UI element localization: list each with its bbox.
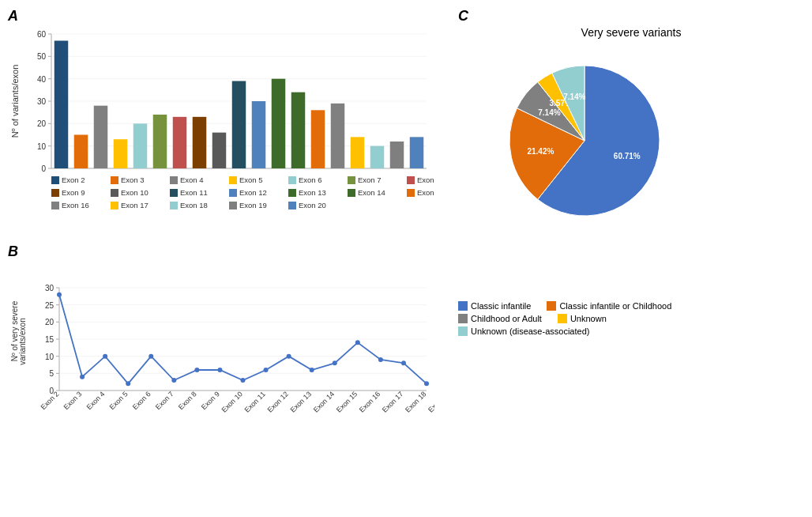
legend-item: Unknown — [558, 314, 607, 323]
svg-text:Exon 3: Exon 3 — [62, 390, 84, 411]
svg-text:20: 20 — [45, 318, 55, 326]
svg-text:7.14%: 7.14% — [538, 108, 560, 117]
svg-text:0: 0 — [41, 164, 46, 173]
svg-rect-42 — [51, 176, 59, 184]
svg-text:Exon 12: Exon 12 — [266, 390, 290, 413]
svg-rect-62 — [229, 189, 237, 197]
main-container: A 0102030405060Nº of variants/exonExon 2… — [0, 0, 812, 517]
legend-item: Childhood or Adult — [458, 314, 542, 323]
svg-text:40: 40 — [37, 75, 47, 84]
chart-c-container: 60.71%21.42%7.14%3.57%7.14% — [458, 58, 735, 295]
svg-rect-38 — [351, 137, 365, 168]
svg-rect-39 — [370, 146, 385, 168]
svg-text:Exon 17: Exon 17 — [121, 201, 148, 209]
svg-text:60.71%: 60.71% — [614, 152, 641, 160]
svg-rect-60 — [170, 189, 178, 197]
svg-rect-31 — [212, 133, 227, 168]
svg-point-139 — [424, 381, 429, 386]
legend-label: Unknown — [570, 314, 607, 323]
svg-text:Exon 14: Exon 14 — [358, 188, 385, 197]
chart-b-container: 051015202530Nº of very severevariants/ex… — [8, 268, 434, 450]
svg-text:5: 5 — [49, 369, 54, 378]
svg-rect-24 — [74, 135, 88, 169]
svg-point-135 — [333, 360, 337, 365]
svg-point-128 — [171, 378, 176, 383]
svg-point-126 — [126, 381, 130, 386]
svg-text:Exon 9: Exon 9 — [62, 188, 85, 197]
svg-rect-34 — [272, 79, 286, 168]
legend-label: Classic infantile or Childhood — [559, 301, 671, 311]
svg-point-137 — [378, 357, 383, 362]
legend-item: Unknown (disease-associated) — [458, 326, 589, 336]
svg-text:Exon 18: Exon 18 — [404, 390, 427, 413]
svg-rect-72 — [111, 202, 118, 209]
svg-text:Exon 12: Exon 12 — [239, 188, 267, 197]
svg-point-132 — [264, 368, 269, 372]
pie-legend: Classic infantile Classic infantile or C… — [458, 301, 804, 339]
svg-rect-26 — [114, 139, 128, 168]
svg-rect-56 — [51, 189, 59, 197]
svg-text:Exon 20: Exon 20 — [299, 201, 326, 209]
chart-c-svg: 60.71%21.42%7.14%3.57%7.14% — [458, 58, 711, 232]
svg-rect-54 — [407, 176, 415, 184]
svg-text:7.14%: 7.14% — [563, 92, 585, 101]
svg-text:Exon 8: Exon 8 — [177, 390, 198, 411]
legend-item: Classic infantile — [458, 301, 531, 311]
svg-text:15: 15 — [45, 335, 55, 344]
svg-rect-35 — [291, 92, 306, 168]
svg-text:Exon 13: Exon 13 — [299, 188, 326, 197]
svg-text:Exon 15: Exon 15 — [417, 188, 434, 197]
svg-point-130 — [217, 368, 222, 372]
svg-rect-40 — [390, 142, 404, 168]
svg-rect-44 — [111, 176, 118, 184]
svg-text:Nº of variants/exon: Nº of variants/exon — [10, 65, 20, 138]
svg-text:21.42%: 21.42% — [527, 147, 554, 156]
svg-rect-46 — [170, 176, 178, 184]
legend-color-swatch — [458, 301, 468, 311]
svg-rect-74 — [170, 202, 178, 209]
left-panel: A 0102030405060Nº of variants/exonExon 2… — [8, 8, 450, 509]
svg-rect-41 — [410, 137, 424, 168]
svg-text:Exon 5: Exon 5 — [239, 175, 263, 184]
svg-text:10: 10 — [37, 142, 47, 151]
svg-text:Exon 3: Exon 3 — [121, 175, 145, 184]
svg-text:Exon 18: Exon 18 — [180, 201, 208, 209]
svg-rect-25 — [94, 106, 108, 168]
svg-text:Exon 19: Exon 19 — [239, 201, 267, 209]
chart-b-section: B 051015202530Nº of very severevariants/… — [8, 243, 450, 450]
legend-item: Classic infantile or Childhood — [547, 301, 671, 311]
svg-text:25: 25 — [45, 301, 55, 310]
svg-text:60: 60 — [37, 30, 47, 39]
svg-rect-29 — [173, 117, 187, 168]
svg-rect-52 — [348, 176, 355, 184]
svg-text:Exon 6: Exon 6 — [131, 390, 152, 411]
svg-text:Exon 15: Exon 15 — [335, 390, 359, 413]
svg-text:Exon 8: Exon 8 — [417, 175, 434, 184]
svg-text:Exon 11: Exon 11 — [243, 390, 267, 413]
svg-point-138 — [401, 360, 406, 365]
svg-text:50: 50 — [37, 52, 47, 61]
svg-rect-78 — [288, 202, 296, 209]
svg-rect-70 — [51, 202, 59, 209]
svg-text:Exon 2: Exon 2 — [62, 175, 85, 184]
svg-point-134 — [310, 368, 314, 372]
svg-rect-48 — [229, 176, 237, 184]
svg-point-136 — [355, 340, 360, 345]
svg-rect-68 — [407, 189, 415, 197]
svg-point-131 — [241, 378, 246, 383]
svg-point-123 — [57, 292, 62, 297]
svg-rect-30 — [193, 117, 207, 168]
svg-rect-23 — [55, 41, 69, 169]
right-panel: C Very severe variants 60.71%21.42%7.14%… — [450, 8, 804, 509]
svg-text:Exon 16: Exon 16 — [358, 390, 382, 413]
svg-text:10: 10 — [45, 353, 55, 361]
svg-rect-50 — [288, 176, 296, 184]
svg-point-133 — [287, 354, 291, 359]
svg-text:Exon 5: Exon 5 — [108, 390, 130, 411]
chart-b-label: B — [8, 243, 450, 260]
svg-text:Exon 4: Exon 4 — [180, 175, 204, 184]
svg-text:Exon 9: Exon 9 — [200, 390, 221, 411]
svg-rect-64 — [288, 189, 296, 197]
chart-a-label: A — [8, 8, 450, 25]
svg-text:Exon 7: Exon 7 — [358, 175, 382, 184]
